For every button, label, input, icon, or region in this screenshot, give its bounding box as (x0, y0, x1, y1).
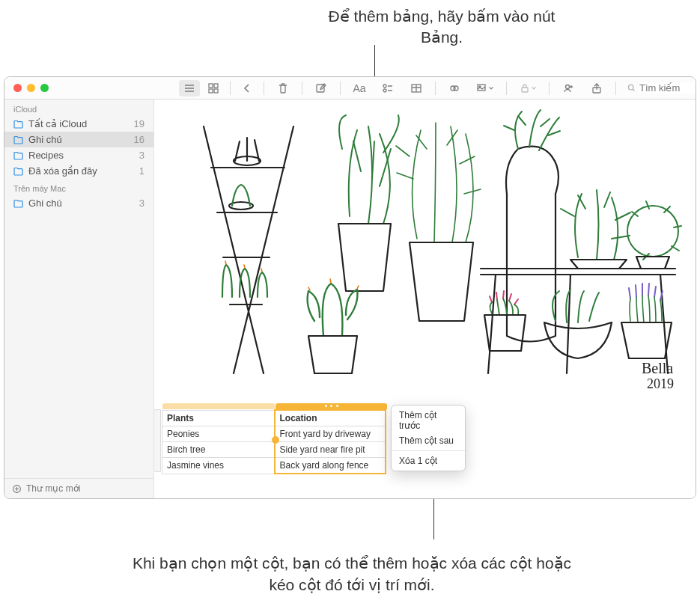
note-table[interactable]: Plants Location Peonies Front yard by dr… (162, 409, 386, 474)
media-button[interactable] (470, 80, 500, 97)
table-cell[interactable]: Jasmine vines (162, 458, 275, 474)
chevron-down-icon (488, 85, 494, 91)
table-cell[interactable]: Back yard along fence (275, 458, 386, 474)
sketch-signature: Bella (642, 360, 673, 376)
compose-icon (315, 82, 327, 94)
folder-icon (13, 135, 24, 144)
callout-line (433, 495, 434, 539)
sketch-year: 2019 (647, 376, 674, 391)
grid-icon (207, 82, 219, 94)
sidebar-section-title: iCloud (4, 100, 153, 116)
app-window: Aa (4, 76, 696, 499)
collaborate-button[interactable] (556, 80, 581, 97)
sidebar-item-count: 1 (139, 165, 144, 177)
minimize-button[interactable] (27, 84, 35, 92)
folder-icon (13, 167, 24, 176)
folder-icon (13, 199, 24, 208)
sidebar-item-label: Recipes (28, 150, 135, 161)
share-button[interactable] (584, 80, 609, 97)
table-cell[interactable]: Front yard by driveway (275, 426, 386, 442)
folder-icon (13, 120, 24, 129)
chevron-left-icon (241, 82, 253, 94)
compose-button[interactable] (308, 80, 334, 97)
list-view-button[interactable] (179, 80, 200, 97)
sidebar-item-recently-deleted[interactable]: Đã xóa gần đây 1 (4, 163, 153, 179)
svg-point-8 (383, 85, 386, 88)
folder-icon (13, 151, 24, 160)
svg-rect-6 (214, 89, 218, 93)
table-cell[interactable]: Side yard near fire pit (275, 442, 386, 458)
search-field[interactable] (622, 82, 696, 94)
toolbar: Aa (49, 80, 696, 97)
svg-line-23 (633, 89, 634, 91)
list-icon (183, 82, 195, 94)
sidebar-item-label: Tất cả iCloud (28, 118, 130, 129)
sidebar-item-count: 3 (139, 198, 144, 209)
sidebar: iCloud Tất cả iCloud 19 Ghi chú 16 Recip… (4, 100, 154, 498)
svg-point-22 (628, 85, 633, 90)
svg-rect-3 (209, 84, 213, 88)
trash-icon (277, 82, 289, 94)
table-row: Birch tree Side yard near fire pit (162, 442, 386, 458)
photo-icon (476, 82, 488, 94)
note-content: Bella 2019 Plants Lo (154, 100, 696, 498)
sidebar-item-count: 19 (134, 118, 144, 129)
sidebar-item-notes[interactable]: Ghi chú 16 (4, 132, 153, 147)
sidebar-section-title: Trên máy Mac (4, 179, 153, 195)
search-icon (627, 83, 636, 93)
format-button[interactable]: Aa (347, 80, 372, 97)
table-column-handle-selected[interactable] (276, 403, 387, 409)
table-cell[interactable]: Peonies (162, 426, 275, 442)
sidebar-item-label: Ghi chú (28, 198, 135, 209)
table-resize-handle[interactable] (272, 436, 279, 444)
back-button[interactable] (237, 80, 258, 97)
callout-bottom: Khi bạn chọn một cột, bạn có thể thêm ho… (127, 553, 576, 596)
menu-item-add-col-after[interactable]: Thêm cột sau (392, 433, 465, 448)
table-row-handle[interactable] (154, 409, 161, 472)
sidebar-item-all-icloud[interactable]: Tất cả iCloud 19 (4, 116, 153, 132)
svg-rect-19 (522, 88, 528, 92)
sidebar-item-recipes[interactable]: Recipes 3 (4, 147, 153, 163)
menu-item-delete-col[interactable]: Xóa 1 cột (392, 453, 465, 468)
checklist-button[interactable] (375, 80, 401, 97)
plants-sketch: Bella 2019 (154, 100, 696, 396)
table-row: Jasmine vines Back yard along fence (162, 458, 386, 474)
delete-button[interactable] (270, 80, 296, 97)
table-column-handle[interactable] (162, 403, 275, 409)
table-button[interactable] (404, 80, 429, 97)
person-add-icon (562, 82, 574, 94)
svg-point-10 (383, 89, 386, 92)
plus-circle-icon (12, 484, 22, 494)
new-folder-button[interactable]: Thư mục mới (4, 478, 153, 498)
svg-point-20 (566, 85, 570, 88)
share-icon (591, 82, 603, 94)
zoom-button[interactable] (40, 84, 49, 92)
lock-icon (519, 82, 531, 94)
menu-item-add-col-before[interactable]: Thêm cột trước (392, 408, 465, 433)
column-context-menu: Thêm cột trước Thêm cột sau Xóa 1 cột (391, 405, 466, 471)
new-folder-label: Thư mục mới (26, 483, 80, 494)
table-cell[interactable]: Birch tree (162, 442, 275, 458)
traffic-lights (4, 84, 49, 92)
link-icon (448, 82, 460, 94)
lock-button[interactable] (513, 80, 543, 97)
sidebar-item-label: Đã xóa gần đây (28, 165, 135, 177)
table-header-row: Plants Location (162, 410, 386, 426)
svg-rect-4 (214, 84, 218, 88)
grid-view-button[interactable] (203, 80, 224, 97)
table-header-cell[interactable]: Location (275, 410, 386, 426)
svg-rect-5 (209, 89, 213, 93)
table-header-cell[interactable]: Plants (162, 410, 275, 426)
menu-separator (392, 450, 465, 451)
sidebar-item-mac-notes[interactable]: Ghi chú 3 (4, 195, 153, 211)
close-button[interactable] (13, 84, 22, 92)
table-icon (410, 82, 422, 94)
svg-point-16 (454, 86, 458, 91)
titlebar: Aa (4, 77, 696, 100)
checklist-icon (382, 82, 394, 94)
link-button[interactable] (442, 80, 467, 97)
sidebar-item-count: 3 (139, 150, 144, 161)
search-input[interactable] (639, 82, 696, 94)
sidebar-item-label: Ghi chú (28, 134, 130, 145)
sidebar-item-count: 16 (134, 134, 144, 145)
